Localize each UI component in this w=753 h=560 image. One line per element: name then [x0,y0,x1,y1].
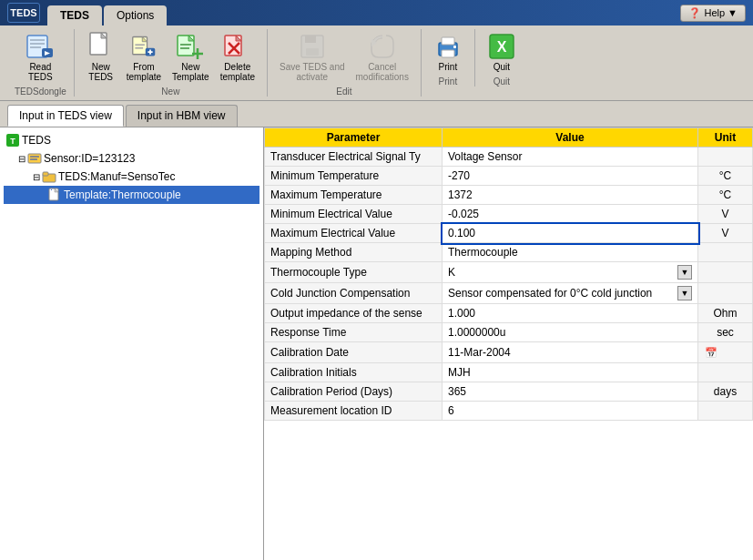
table-row: Transducer Electrical Signal TyVoltage S… [265,148,753,167]
cancel-button[interactable]: Cancelmodifications [351,29,413,85]
delete-template-icon [223,32,252,61]
new-teds-label: NewTEDS [88,62,113,82]
new-teds-button[interactable]: NewTEDS [82,29,120,85]
svg-rect-44 [51,189,52,190]
read-teds-icon [25,32,55,61]
value-cell: 1372 [443,186,698,205]
svg-rect-27 [306,48,319,56]
col-header-parameter: Parameter [265,128,443,148]
menu-tab-teds[interactable]: TEDS [47,5,102,25]
title-bar: TEDS TEDS Options ❓ Help ▼ [0,0,753,25]
dropdown-arrow-icon[interactable]: ▼ [677,286,692,300]
param-cell: Output impedance of the sense [265,304,443,323]
unit-cell: °C [698,186,753,205]
tab-teds-view[interactable]: Input in TEDS view [7,105,124,127]
value-cell: 1.0000000u [443,323,698,342]
svg-rect-17 [180,44,191,46]
cancel-label: Cancelmodifications [356,62,409,82]
new-group-label: New [161,87,179,97]
from-template-button[interactable]: Fromtemplate [122,29,166,85]
col-header-value: Value [443,128,698,148]
svg-rect-38 [30,156,39,158]
from-template-label: Fromtemplate [127,62,161,82]
app-logo: TEDS [7,3,40,23]
svg-rect-2 [30,43,45,45]
svg-rect-3 [30,46,41,48]
main-content: T TEDS ⊟ Sensor:ID=123123 ⊟ [0,127,753,560]
manuf-icon [42,169,56,184]
svg-rect-42 [49,188,58,200]
new-template-icon [176,32,205,61]
print-label: Print [439,62,458,72]
value-cell: Thermocouple [443,243,698,262]
param-cell: Response Time [265,323,443,342]
delete-template-button[interactable]: Deletetemplate [216,29,259,85]
dropdown-value: K▼ [448,265,692,280]
svg-rect-30 [442,37,454,45]
table-row: Response Time1.0000000usec [265,323,753,342]
unit-cell [698,363,753,382]
param-cell: Minimum Temperature [265,167,443,186]
table-row: Calibration Date11-Mar-2004📅 [265,342,753,363]
save-teds-icon [298,32,327,61]
table-row: Mapping MethodThermocouple [265,243,753,262]
print-button[interactable]: Print [429,29,467,75]
edit-group-label: Edit [336,87,351,97]
unit-cell: days [698,382,753,402]
toolbar: ReadTEDS TEDSdongle NewTEDS [0,25,753,101]
quit-icon: X [487,32,516,61]
calendar-icon[interactable]: 📅 [704,345,718,360]
value-cell: 6 [443,402,698,421]
teds-root-icon: T [5,133,20,148]
unit-cell [698,148,753,167]
table-row: Minimum Electrical Value-0.025V [265,205,753,224]
toolbar-group-quit-inner: X Quit Quit [483,29,521,87]
tree-item-sensor[interactable]: ⊟ Sensor:ID=123123 [4,149,259,168]
unit-cell: 📅 [698,342,753,363]
value-cell: -0.025 [443,205,698,224]
new-template-button[interactable]: NewTemplate [168,29,214,85]
dropdown-arrow-icon[interactable]: ▼ [677,265,692,280]
param-cell: Maximum Electrical Value [265,224,443,243]
value-cell: 11-Mar-2004 [443,342,698,363]
sensor-icon [27,151,42,166]
param-cell: Thermocouple Type [265,262,443,283]
toolbar-group-new: NewTEDS Fromtemplat [75,29,268,97]
value-input[interactable] [443,224,697,242]
dropdown-text: Sensor compensated for 0°C cold junction [448,287,652,300]
menu-tab-options[interactable]: Options [104,5,167,25]
save-teds-button[interactable]: Save TEDS andactivate [275,29,350,85]
value-cell[interactable] [443,224,698,243]
toolbar-group-edit-inner: Save TEDS andactivate Cancelmodification… [275,29,413,97]
tree-root-label: TEDS [22,134,51,147]
table-header-row: Parameter Value Unit [265,128,753,148]
param-cell: Maximum Temperature [265,186,443,205]
help-button[interactable]: ❓ Help ▼ [680,5,746,22]
template-icon [47,188,62,202]
read-teds-button[interactable]: ReadTEDS [21,29,59,85]
save-teds-label: Save TEDS andactivate [280,62,345,82]
tree-panel: T TEDS ⊟ Sensor:ID=123123 ⊟ [0,127,264,560]
toolbar-group-edit: Save TEDS andactivate Cancelmodification… [268,29,422,97]
param-cell: Calibration Initials [265,363,443,382]
new-template-label: NewTemplate [172,62,209,82]
tree-item-manuf[interactable]: ⊟ TEDS:Manuf=SensoTec [4,168,259,186]
print-icon [433,32,463,61]
dropdown-text: K [448,266,455,279]
toolbar-new-buttons: NewTEDS Fromtemplat [82,29,259,85]
tree-expand-sensor[interactable]: ⊟ [18,154,25,164]
read-teds-label: ReadTEDS [28,62,53,82]
data-panel: Parameter Value Unit Transducer Electric… [264,127,753,560]
svg-rect-41 [43,172,48,176]
value-cell: Sensor compensated for 0°C cold junction… [443,283,698,304]
tree-expand-manuf[interactable]: ⊟ [33,172,40,182]
quit-button[interactable]: X Quit [483,29,521,75]
tree-item-template[interactable]: Template:Thermocouple [4,186,259,204]
view-tabs: Input in TEDS view Input in HBM view [0,101,753,127]
tree-root[interactable]: T TEDS [4,131,259,149]
table-row: Minimum Temperature-270°C [265,167,753,186]
table-row: Calibration Period (Days)365days [265,382,753,402]
data-table: Parameter Value Unit Transducer Electric… [264,127,753,421]
unit-cell: V [698,205,753,224]
tab-hbm-view[interactable]: Input in HBM view [126,105,238,127]
